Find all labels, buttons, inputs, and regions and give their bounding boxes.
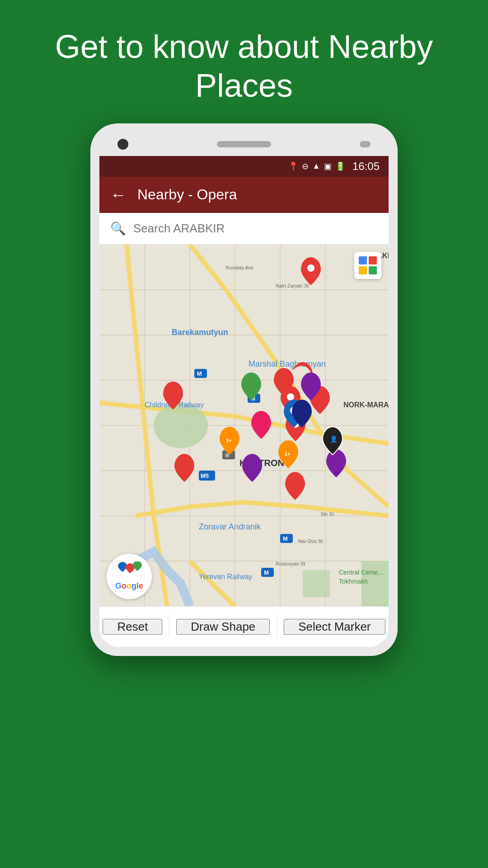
do-not-disturb-icon: ⊖ — [302, 161, 309, 171]
svg-text:👤: 👤 — [330, 435, 338, 443]
svg-text:M5: M5 — [201, 472, 209, 479]
battery-icon: 🔋 — [335, 161, 345, 171]
reset-button[interactable]: Reset — [103, 619, 162, 635]
svg-text:NORK-MARASH: NORK-MARASH — [343, 401, 389, 409]
svg-text:Central Ceme...: Central Ceme... — [339, 569, 383, 576]
wifi-icon: ▲ — [312, 161, 320, 171]
svg-text:M: M — [283, 535, 288, 542]
header-title: Get to know about Nearby Places — [18, 27, 470, 105]
phone-container: 📍 ⊖ ▲ ▣ 🔋 16:05 ← Nearby - Opera 🔍 — [90, 123, 398, 656]
svg-text:Nar-Dos St: Nar-Dos St — [298, 538, 323, 544]
svg-text:5th St: 5th St — [321, 511, 334, 517]
grid-dot-blue — [359, 256, 367, 264]
bottom-divider-2 — [277, 615, 277, 638]
svg-rect-15 — [303, 570, 330, 597]
svg-point-42 — [287, 393, 294, 401]
google-logo: Google — [107, 554, 152, 599]
app-bar: ← Nearby - Opera — [99, 177, 389, 213]
back-button[interactable]: ← — [110, 185, 127, 204]
grid-dot-red — [369, 256, 377, 264]
svg-text:1+: 1+ — [226, 438, 232, 443]
svg-text:Barekamutyun: Barekamutyun — [172, 328, 228, 337]
svg-text:M: M — [264, 569, 269, 576]
svg-text:Komitas Ave: Komitas Ave — [226, 265, 253, 270]
search-input[interactable] — [133, 222, 378, 236]
sim-icon: ▣ — [324, 161, 332, 171]
svg-text:Marshal Baghramyan: Marshal Baghramyan — [249, 359, 326, 368]
svg-text:Tokhmakh: Tokhmakh — [339, 578, 368, 585]
svg-text:Rostovyan St: Rostovyan St — [276, 561, 305, 566]
svg-text:M: M — [197, 370, 202, 377]
bottom-divider-1 — [169, 615, 169, 638]
phone-camera — [117, 139, 128, 150]
app-bar-title: Nearby - Opera — [137, 186, 237, 203]
map-grid-button[interactable] — [354, 252, 381, 279]
bottom-bar: Reset Draw Shape Select Marker — [99, 606, 389, 647]
search-bar: 🔍 — [99, 213, 389, 245]
map-svg: KANAKER-ZEYT Barekamutyun Children's Rai… — [99, 245, 389, 606]
svg-text:Zoravar Andranik: Zoravar Andranik — [199, 522, 261, 531]
grid-dot-yellow — [359, 266, 367, 274]
status-time: 16:05 — [352, 160, 380, 173]
draw-shape-button[interactable]: Draw Shape — [176, 619, 270, 635]
svg-text:1+: 1+ — [285, 451, 291, 457]
svg-point-13 — [154, 403, 208, 448]
svg-text:Nairi Zaryan St: Nairi Zaryan St — [276, 283, 309, 288]
phone-speaker — [217, 141, 271, 147]
svg-point-41 — [307, 264, 314, 272]
phone-sensor — [360, 141, 371, 147]
search-icon: 🔍 — [110, 221, 126, 236]
status-bar: 📍 ⊖ ▲ ▣ 🔋 16:05 — [99, 156, 389, 177]
svg-text:Yerevan Railway: Yerevan Railway — [199, 573, 253, 580]
select-marker-button[interactable]: Select Marker — [284, 619, 385, 635]
map-container[interactable]: KANAKER-ZEYT Barekamutyun Children's Rai… — [99, 245, 389, 606]
location-icon: 📍 — [288, 161, 298, 171]
page-header: Get to know about Nearby Places — [0, 0, 488, 123]
grid-dot-green — [369, 266, 377, 274]
phone-top-bar — [99, 132, 389, 156]
